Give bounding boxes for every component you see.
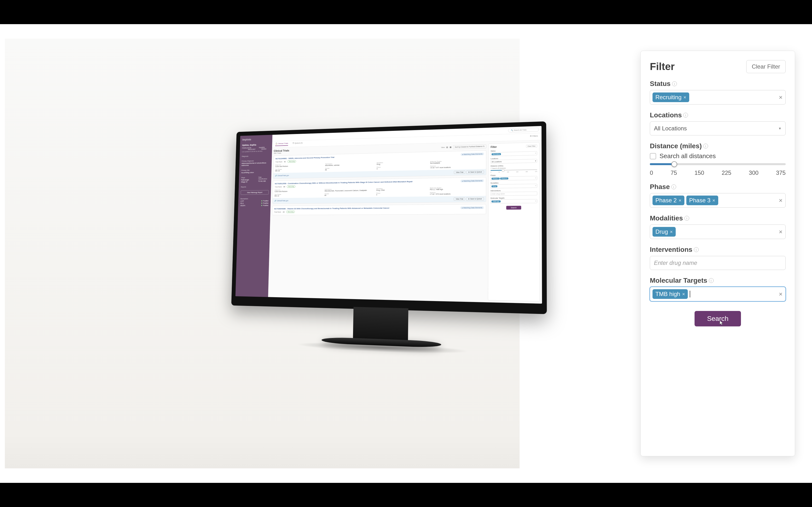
status-chipbox[interactable]: Recruiting× × — [650, 90, 785, 105]
remove-chip-icon[interactable]: × — [670, 229, 673, 235]
clear-field-icon[interactable]: × — [779, 290, 782, 298]
trials-list: Clinical Trials 500 Trials View ▤ ▦ Sort… — [270, 144, 487, 300]
clear-field-icon[interactable]: × — [779, 197, 782, 204]
brand-logo: inspirata — [242, 137, 270, 142]
filter-panel-title: Filter — [650, 61, 675, 72]
status-chip-recruiting[interactable]: Recruiting× — [653, 93, 689, 102]
tab-clinical-trials[interactable]: 📋 Clinical Trials — [275, 142, 288, 146]
inline-distance-slider[interactable] — [491, 169, 537, 171]
view-grid-icon[interactable]: ▦ — [450, 146, 451, 148]
inline-clear-filter[interactable]: Clear Filter — [526, 145, 537, 148]
remove-chip-icon[interactable]: × — [683, 95, 686, 100]
slider-thumb[interactable] — [671, 161, 677, 167]
sort-select[interactable]: Sort by Closest to Furthest Distance ⇅ — [453, 145, 487, 149]
info-icon[interactable]: i — [672, 81, 677, 86]
search-all-distances-checkbox[interactable] — [650, 153, 656, 159]
info-icon[interactable]: i — [709, 278, 714, 283]
view-pathology-button[interactable]: View Pathology Report — [241, 190, 269, 194]
modalities-label: Modalitiesi — [650, 214, 785, 222]
molecular-targets-chipbox[interactable]: TMB high× × — [650, 287, 785, 301]
trial-source[interactable]: 🔗 ClinicalTrials.gov — [274, 200, 288, 202]
phase-chipbox[interactable]: Phase 2× Phase 3× × — [650, 193, 785, 208]
save-to-queue-button[interactable]: ⊕ Save to Queue — [466, 170, 484, 174]
info-icon[interactable]: i — [703, 144, 708, 149]
inline-search-button[interactable]: Search — [506, 206, 521, 210]
info-icon[interactable]: i — [671, 184, 676, 189]
view-trial-button[interactable]: View Trial — [454, 197, 465, 201]
global-search[interactable]: 🔍 Search All Trials — [508, 127, 539, 132]
search-button[interactable]: Search — [695, 311, 741, 326]
save-to-queue-button[interactable]: ⊕ Save to Queue — [466, 197, 484, 201]
info-icon[interactable]: i — [694, 247, 699, 252]
phase-label: Phasei — [650, 183, 785, 191]
search-all-distances-label: Search all distances — [660, 152, 716, 160]
trial-card: ● Matching Data Elements NCT04094688 - V… — [272, 204, 486, 215]
trial-source[interactable]: 🔗 ClinicalTrials.gov — [275, 175, 289, 177]
list-title: Clinical Trials — [274, 149, 289, 152]
interventions-input[interactable]: Enter drug name — [650, 256, 785, 270]
trial-title[interactable]: NCT04094688 - Vitamin D3 With Chemothera… — [274, 206, 484, 210]
last-updated: Last updated 07:28 AM Oct 28 2021 — [242, 151, 270, 153]
matching-badge: ● Matching Data Elements — [460, 179, 484, 182]
patient-name: Optime, Sophia — [242, 143, 270, 146]
trial-card: ● Matching Data Elements NCT02912559 - C… — [272, 177, 486, 204]
matching-badge: ● Matching Data Elements — [461, 153, 484, 156]
text-cursor — [690, 291, 690, 297]
info-icon[interactable]: i — [684, 216, 689, 221]
molecular-targets-label: Molecular Targetsi — [650, 277, 785, 284]
distance-slider[interactable] — [650, 163, 785, 165]
interventions-label: Interventionsi — [650, 246, 785, 253]
inline-location-select[interactable]: All Locations▾ — [491, 159, 537, 164]
monitor-mock: inspirata Optime, Sophia FEMALE DOB 08/2… — [231, 121, 547, 338]
remove-chip-icon[interactable]: × — [712, 198, 715, 203]
tab-queue[interactable]: ☰ Queue (2) — [292, 142, 303, 145]
remove-chip-icon[interactable]: × — [682, 291, 685, 297]
remove-chip-icon[interactable]: × — [678, 198, 681, 203]
distance-ticks: 0 75 150 225 300 375 — [650, 169, 785, 176]
product-photo-backdrop: inspirata Optime, Sophia FEMALE DOB 08/2… — [5, 39, 520, 468]
filter-panel: Filter Clear Filter Statusi Recruiting× … — [641, 51, 795, 456]
modalities-chipbox[interactable]: Drug× × — [650, 225, 785, 239]
clear-field-icon[interactable]: × — [779, 94, 782, 101]
clear-field-icon[interactable]: × — [779, 228, 782, 236]
patient-sidebar: inspirata Optime, Sophia FEMALE DOB 08/2… — [236, 135, 272, 297]
locations-select[interactable]: All Locations — [650, 121, 785, 135]
pointer-cursor-icon — [719, 320, 724, 327]
tab-filters-toggle[interactable]: ⚙ Filters — [530, 135, 538, 138]
diagnosis-section-label: Diagnosis — [242, 155, 270, 157]
trial-card: ● Matching Data Elements NCT01349881 - S… — [273, 150, 487, 179]
matching-badge: ● Matching Data Elements — [460, 206, 484, 209]
status-label: Statusi — [650, 80, 785, 88]
distance-label: Distance (miles)i — [650, 142, 785, 150]
phase-chip-3[interactable]: Phase 3× — [686, 195, 718, 205]
inline-filter-panel: FilterClear Filter Status Recruiting× Lo… — [488, 142, 540, 301]
view-trial-button[interactable]: View Trial — [454, 171, 465, 174]
molecular-chip-tmb-high[interactable]: TMB high× — [653, 289, 688, 299]
locations-label: Locationsi — [650, 111, 785, 119]
view-list-icon[interactable]: ▤ — [446, 146, 448, 148]
info-icon[interactable]: i — [683, 113, 688, 118]
clear-filter-button[interactable]: Clear Filter — [746, 60, 785, 73]
patient-sex: FEMALE — [242, 147, 248, 151]
modality-chip-drug[interactable]: Drug× — [653, 227, 676, 237]
phase-chip-2[interactable]: Phase 2× — [653, 195, 684, 205]
